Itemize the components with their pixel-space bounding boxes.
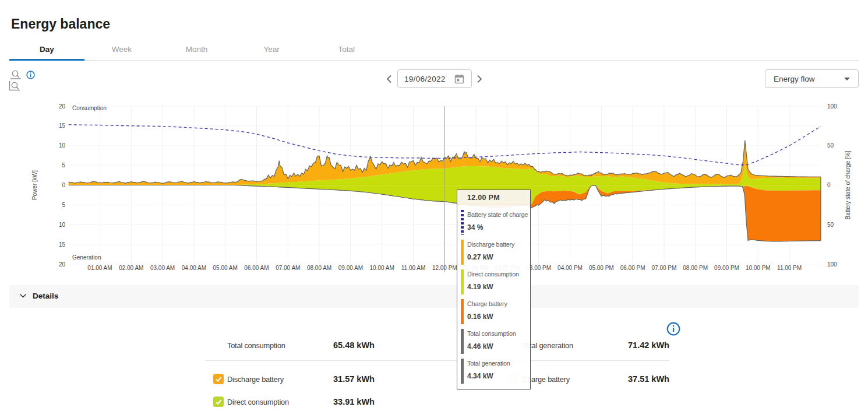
svg-text:0: 0 xyxy=(827,182,831,188)
svg-text:10: 10 xyxy=(59,142,66,149)
svg-text:02.00 AM: 02.00 AM xyxy=(119,265,143,271)
svg-text:15: 15 xyxy=(59,122,66,129)
svg-text:10.00 AM: 10.00 AM xyxy=(370,265,394,271)
svg-text:Battery state of charge [%]: Battery state of charge [%] xyxy=(845,150,851,219)
svg-text:10: 10 xyxy=(59,222,66,228)
svg-text:100: 100 xyxy=(827,103,837,110)
svg-text:09.00 PM: 09.00 PM xyxy=(714,265,739,271)
svg-text:07.00 PM: 07.00 PM xyxy=(651,265,676,271)
svg-text:06.00 PM: 06.00 PM xyxy=(620,265,645,271)
svg-text:01.00 AM: 01.00 AM xyxy=(87,265,112,271)
svg-text:05.00 AM: 05.00 AM xyxy=(213,265,238,271)
svg-text:03.00 AM: 03.00 AM xyxy=(150,265,175,271)
svg-text:11.00 AM: 11.00 AM xyxy=(401,265,426,271)
svg-text:07.00 AM: 07.00 AM xyxy=(276,265,300,271)
svg-text:100: 100 xyxy=(827,261,837,268)
svg-text:Generation: Generation xyxy=(72,254,101,261)
svg-text:11.00 PM: 11.00 PM xyxy=(777,265,802,271)
svg-text:50: 50 xyxy=(827,222,834,228)
svg-text:08.00 PM: 08.00 PM xyxy=(683,265,708,271)
svg-text:20: 20 xyxy=(59,261,66,268)
svg-text:04.00 AM: 04.00 AM xyxy=(182,265,206,271)
svg-text:09.00 AM: 09.00 AM xyxy=(338,265,363,271)
svg-text:Consumption: Consumption xyxy=(72,105,107,111)
svg-text:20: 20 xyxy=(59,103,66,110)
svg-text:0: 0 xyxy=(62,182,65,188)
svg-text:15: 15 xyxy=(59,241,66,248)
svg-text:06.00 AM: 06.00 AM xyxy=(244,265,269,271)
svg-text:10.00 PM: 10.00 PM xyxy=(746,265,771,271)
svg-text:Power [kW]: Power [kW] xyxy=(31,170,38,200)
svg-text:05.00 PM: 05.00 PM xyxy=(589,265,614,271)
svg-text:12.00 PM: 12.00 PM xyxy=(432,265,457,271)
svg-text:5: 5 xyxy=(62,162,65,169)
svg-text:04.00 PM: 04.00 PM xyxy=(558,265,583,271)
svg-text:50: 50 xyxy=(827,142,834,149)
svg-text:08.00 AM: 08.00 AM xyxy=(307,265,331,271)
svg-text:5: 5 xyxy=(62,202,65,208)
